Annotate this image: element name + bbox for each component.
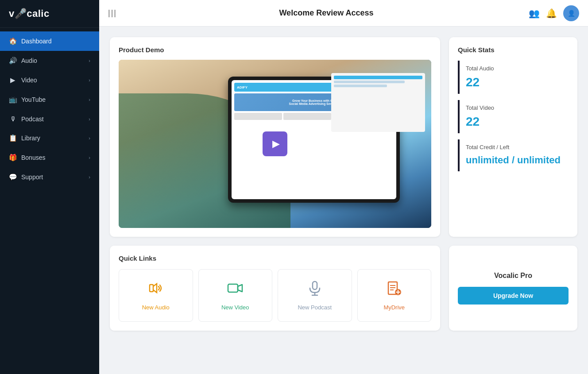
vocalic-pro-card: Vocalic Pro Upgrade Now: [449, 246, 577, 331]
link-item-new-audio[interactable]: New Audio: [119, 269, 193, 322]
stat-video-label: Total Video: [466, 104, 562, 111]
stat-audio-label: Total Audio: [466, 65, 562, 72]
product-demo-card: Product Demo ADIFY ≡: [110, 37, 440, 237]
sidebar-item-label-video: Video: [21, 77, 37, 84]
sidebar-item-label-audio: Audio: [21, 57, 37, 64]
sidebar-item-library[interactable]: 📋 Library ›: [0, 128, 99, 148]
new-audio-label: New Audio: [142, 304, 170, 311]
new-podcast-icon: [307, 280, 323, 298]
chevron-icon-bonuses: ›: [89, 155, 90, 160]
chevron-icon-podcast: ›: [89, 116, 90, 122]
library-icon: 📋: [9, 134, 17, 142]
links-grid: New Audio New Video New Podcast MyDrive: [119, 269, 431, 322]
sidebar-item-video[interactable]: ▶ Video ›: [0, 70, 99, 90]
podcast-icon: 🎙: [9, 115, 17, 123]
stat-video-value: 22: [466, 115, 562, 129]
audio-icon: 🔊: [9, 57, 17, 65]
avatar[interactable]: 👤: [563, 5, 579, 21]
stat-credit-value: unlimited / unlimited: [466, 154, 562, 167]
content: Product Demo ADIFY ≡: [99, 27, 588, 374]
notification-icon[interactable]: 🔔: [546, 8, 557, 19]
chevron-icon-library: ›: [89, 135, 90, 141]
demo-title: Product Demo: [119, 46, 431, 54]
logo: v🎤calic: [0, 0, 99, 28]
sidebar-nav: 🏠 Dashboard 🔊 Audio › ▶ Video › 📺 YouTub…: [0, 28, 99, 374]
link-item-mydrive[interactable]: MyDrive: [357, 269, 432, 322]
svg-rect-0: [150, 285, 153, 292]
sidebar-item-label-dashboard: Dashboard: [21, 38, 52, 45]
sidebar: v🎤calic 🏠 Dashboard 🔊 Audio › ▶ Video › …: [0, 0, 99, 374]
new-audio-icon: [148, 280, 164, 298]
sidebar-item-label-youtube: YouTube: [21, 96, 46, 103]
page-title: Welcome Review Access: [124, 8, 529, 18]
quick-stats-card: Quick Stats Total Audio 22 Total Video 2…: [449, 37, 577, 237]
new-video-icon: [227, 280, 243, 298]
s2-bar3: [334, 85, 387, 87]
video-icon: ▶: [9, 76, 17, 84]
stat-audio-value: 22: [466, 75, 562, 89]
sidebar-item-label-library: Library: [21, 135, 40, 142]
bottom-row: Quick Links New Audio New Video New P: [110, 246, 577, 331]
sidebar-item-label-podcast: Podcast: [21, 116, 44, 123]
sidebar-item-support[interactable]: 💬 Support ›: [0, 167, 99, 187]
second-screen: [331, 73, 425, 132]
link-item-new-podcast[interactable]: New Podcast: [278, 269, 352, 322]
mydrive-icon: [386, 280, 402, 298]
stats-title: Quick Stats: [458, 46, 569, 54]
header-actions: 👥 🔔 👤: [529, 5, 579, 21]
chevron-icon-audio: ›: [89, 58, 90, 63]
main-area: ||| Welcome Review Access 👥 🔔 👤 Product …: [99, 0, 588, 374]
pro-title: Vocalic Pro: [494, 272, 532, 280]
stat-credit: Total Credit / Left unlimited / unlimite…: [458, 139, 569, 171]
mydrive-label: MyDrive: [383, 304, 405, 311]
sidebar-item-podcast[interactable]: 🎙 Podcast ›: [0, 109, 99, 128]
header: ||| Welcome Review Access 👥 🔔 👤: [99, 0, 588, 27]
stat-video: Total Video 22: [458, 100, 569, 133]
upgrade-now-button[interactable]: Upgrade Now: [458, 287, 569, 305]
chevron-icon-video: ›: [89, 77, 90, 83]
svg-rect-2: [313, 281, 317, 289]
new-video-label: New Video: [221, 304, 249, 311]
stat-credit-label: Total Credit / Left: [466, 144, 562, 150]
sidebar-item-label-support: Support: [21, 174, 43, 181]
user-add-icon[interactable]: 👥: [529, 8, 540, 19]
sidebar-item-bonuses[interactable]: 🎁 Bonuses ›: [0, 148, 99, 167]
chevron-icon-support: ›: [89, 174, 90, 180]
sidebar-item-dashboard[interactable]: 🏠 Dashboard: [0, 31, 99, 51]
sidebar-item-label-bonuses: Bonuses: [21, 154, 45, 161]
svg-rect-1: [228, 284, 238, 292]
sidebar-toggle[interactable]: |||: [108, 8, 117, 18]
support-icon: 💬: [9, 173, 17, 181]
s2-bar1: [334, 76, 422, 79]
stat-audio: Total Audio 22: [458, 61, 569, 94]
sidebar-item-audio[interactable]: 🔊 Audio ›: [0, 51, 99, 70]
app-name: v🎤calic: [9, 8, 50, 19]
chevron-icon-youtube: ›: [89, 97, 90, 102]
sidebar-item-youtube[interactable]: 📺 YouTube ›: [0, 90, 99, 109]
top-row: Product Demo ADIFY ≡: [110, 37, 577, 237]
quick-links-card: Quick Links New Audio New Video New P: [110, 246, 440, 331]
link-item-new-video[interactable]: New Video: [198, 269, 273, 322]
play-button[interactable]: [263, 131, 287, 156]
youtube-icon: 📺: [9, 96, 17, 104]
bonuses-icon: 🎁: [9, 154, 17, 162]
s2-bar2: [334, 81, 405, 83]
dashboard-icon: 🏠: [9, 37, 17, 45]
links-title: Quick Links: [119, 254, 431, 262]
video-thumbnail[interactable]: ADIFY ≡ Grow Your Business with OurSocia…: [119, 60, 431, 228]
new-podcast-label: New Podcast: [298, 304, 332, 311]
